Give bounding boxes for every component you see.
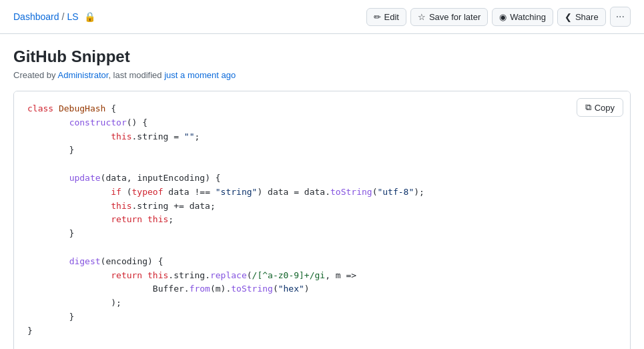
- page-title: GitHub Snippet: [13, 47, 631, 66]
- breadcrumb-separator: /: [62, 11, 65, 22]
- code-top: ⧉ Copy class DebugHash { constructor() {…: [14, 91, 630, 349]
- share-icon: ❮: [565, 12, 572, 22]
- breadcrumb: Dashboard / LS 🔒: [13, 11, 95, 22]
- more-button[interactable]: ···: [610, 7, 631, 27]
- code-pre: class DebugHash { constructor() { this.s…: [27, 102, 617, 338]
- code-container: ⧉ Copy class DebugHash { constructor() {…: [13, 91, 631, 349]
- time-link[interactable]: just a moment ago: [164, 70, 236, 80]
- breadcrumb-ls[interactable]: LS: [67, 11, 78, 22]
- edit-button[interactable]: ✏ Edit: [366, 8, 406, 26]
- breadcrumb-dashboard[interactable]: Dashboard: [13, 11, 59, 22]
- copy-button[interactable]: ⧉ Copy: [577, 98, 623, 117]
- header-actions: ✏ Edit ☆ Save for later ◉ Watching ❮ Sha…: [366, 7, 631, 27]
- lock-icon: 🔒: [84, 11, 95, 22]
- page-content: GitHub Snippet Created by Administrator,…: [0, 34, 644, 349]
- snippet-meta: Created by Administrator, last modified …: [13, 70, 631, 80]
- copy-icon: ⧉: [585, 102, 591, 113]
- page-header: Dashboard / LS 🔒 ✏ Edit ☆ Save for later…: [0, 0, 644, 34]
- more-icon: ···: [616, 11, 625, 23]
- eye-icon: ◉: [499, 12, 507, 22]
- save-for-later-button[interactable]: ☆ Save for later: [410, 8, 488, 26]
- pencil-icon: ✏: [374, 12, 381, 22]
- star-icon: ☆: [418, 12, 426, 22]
- share-button[interactable]: ❮ Share: [557, 8, 606, 26]
- code-block: class DebugHash { constructor() { this.s…: [14, 91, 630, 349]
- watching-button[interactable]: ◉ Watching: [492, 8, 553, 26]
- author-link[interactable]: Administrator: [58, 70, 109, 80]
